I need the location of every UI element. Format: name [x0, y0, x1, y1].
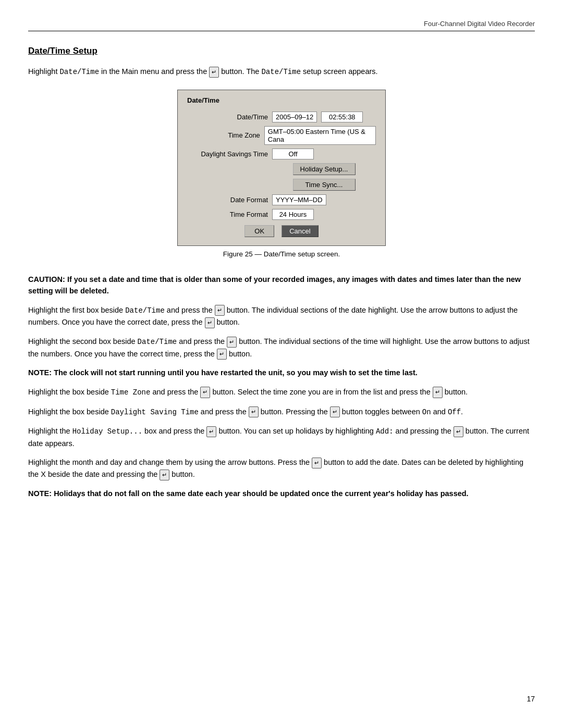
enter-icon-p5b: ↵	[454, 426, 463, 437]
inline-on-label: On	[422, 408, 431, 416]
dialog-label-dst: Daylight Savings Time	[187, 150, 268, 158]
enter-icon-p2b: ↵	[217, 349, 227, 360]
inline-holiday-label-p5: Holiday Setup...	[72, 427, 142, 436]
paragraph-3: Highlight the box beside Time Zone and p…	[28, 386, 535, 399]
dialog-spacer-timesync: Time Sync...	[187, 179, 376, 191]
enter-icon-p6a: ↵	[312, 458, 322, 468]
paragraph-1: Highlight the first box beside Date/Time…	[28, 304, 535, 328]
caution-paragraph: CAUTION: If you set a date and time that…	[28, 274, 535, 297]
dialog-label-timezone: Time Zone	[187, 131, 260, 139]
dialog-row-datetime: Date/Time 2005–09–12 02:55:38	[187, 112, 376, 122]
cancel-button[interactable]: Cancel	[282, 225, 318, 237]
enter-icon-p6b: ↵	[160, 470, 169, 480]
dialog-field-timezone[interactable]: GMT–05:00 Eastern Time (US & Cana	[264, 126, 376, 145]
dialog-title: Date/Time	[187, 96, 376, 104]
inline-dst-label-p4: Daylight Saving Time	[111, 408, 199, 416]
page-number: 17	[527, 695, 535, 703]
dialog-box: Date/Time Date/Time 2005–09–12 02:55:38 …	[177, 90, 386, 246]
holiday-setup-button[interactable]: Holiday Setup...	[293, 163, 356, 175]
enter-icon-p3b: ↵	[433, 387, 443, 398]
inline-off-label: Off	[448, 408, 461, 416]
dialog-action-buttons: OK Cancel	[187, 225, 376, 237]
section-title: Date/Time Setup	[28, 46, 535, 56]
enter-icon-p1a: ↵	[215, 305, 225, 316]
intro-paragraph: Highlight Date/Time in the Main menu and…	[28, 66, 535, 78]
inline-datetime-label: Date/Time	[59, 68, 99, 76]
note-2: NOTE: Holidays that do not fall on the s…	[28, 488, 535, 499]
page-content: Date/Time Setup Highlight Date/Time in t…	[28, 31, 535, 499]
figure-caption: Figure 25 — Date/Time setup screen.	[223, 250, 340, 258]
inline-dt-label-p2: Date/Time	[138, 338, 177, 346]
paragraph-2: Highlight the second box beside Date/Tim…	[28, 336, 535, 360]
paragraph-5: Highlight the Holiday Setup... box and p…	[28, 425, 535, 449]
enter-icon-p5a: ↵	[206, 426, 216, 437]
dialog-field-dst[interactable]: Off	[272, 149, 314, 159]
enter-icon-p3a: ↵	[200, 387, 210, 398]
inline-datetime-label2: Date/Time	[261, 68, 301, 76]
enter-button-icon: ↵	[209, 67, 219, 78]
dialog-row-timezone: Time Zone GMT–05:00 Eastern Time (US & C…	[187, 126, 376, 145]
dialog-label-timeformat: Time Format	[187, 211, 268, 218]
enter-icon-p4a: ↵	[249, 406, 259, 417]
dialog-row-dateformat: Date Format YYYY–MM–DD	[187, 194, 376, 205]
inline-dt-label-p1: Date/Time	[125, 306, 165, 315]
dialog-spacer-holiday: Holiday Setup...	[187, 163, 376, 175]
caution-text: CAUTION: If you set a date and time that…	[28, 275, 521, 295]
enter-icon-p2a: ↵	[227, 337, 237, 348]
inline-tz-label-p3: Time Zone	[111, 388, 151, 397]
dialog-label-dateformat: Date Format	[187, 196, 268, 204]
header-bar: Four-Channel Digital Video Recorder	[28, 0, 535, 31]
dialog-field-time[interactable]: 02:55:38	[321, 112, 363, 122]
dialog-row-dst: Daylight Savings Time Off	[187, 149, 376, 159]
paragraph-4: Highlight the box beside Daylight Saving…	[28, 406, 535, 418]
paragraph-6: Highlight the month and day and change t…	[28, 456, 535, 480]
dialog-label-datetime: Date/Time	[187, 113, 268, 121]
dialog-field-dateformat[interactable]: YYYY–MM–DD	[272, 194, 326, 205]
inline-add-label: Add:	[376, 427, 394, 436]
header-title: Four-Channel Digital Video Recorder	[424, 20, 535, 28]
enter-icon-p4b: ↵	[330, 406, 340, 417]
dialog-row-timeformat: Time Format 24 Hours	[187, 209, 376, 220]
dialog-screenshot-wrapper: Date/Time Date/Time 2005–09–12 02:55:38 …	[28, 90, 535, 268]
ok-button[interactable]: OK	[244, 225, 274, 237]
enter-icon-p1b: ↵	[205, 317, 215, 328]
dialog-field-date[interactable]: 2005–09–12	[272, 112, 317, 122]
dialog-field-timeformat[interactable]: 24 Hours	[272, 209, 314, 220]
time-sync-button[interactable]: Time Sync...	[293, 179, 356, 191]
note-1: NOTE: The clock will not start running u…	[28, 367, 535, 378]
